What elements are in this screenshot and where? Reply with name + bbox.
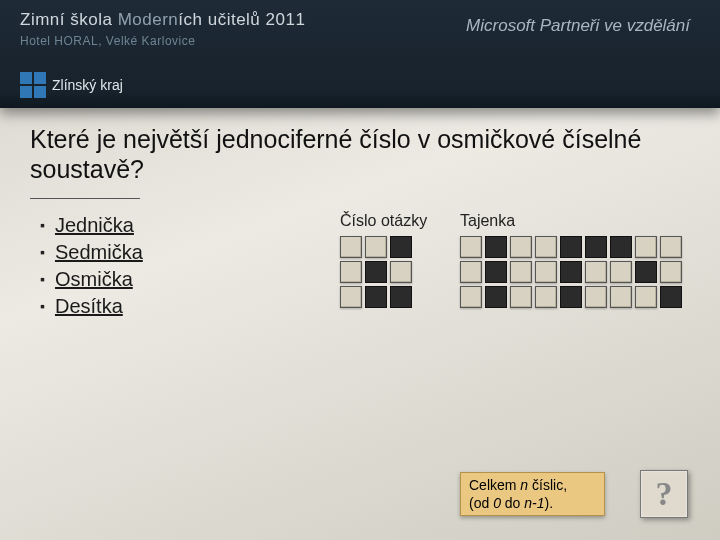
title-suffix: ích učitelů 2011 <box>178 10 305 29</box>
grid-cell <box>610 236 632 258</box>
answer-option[interactable]: Desítka <box>40 295 143 318</box>
grid-cell <box>660 236 682 258</box>
answer-label: Sedmička <box>55 241 143 263</box>
grid-cell <box>585 261 607 283</box>
grid-cell <box>510 261 532 283</box>
grid-cell <box>460 261 482 283</box>
slide: Zimní škola Moderních učitelů 2011 Hotel… <box>0 0 720 540</box>
logo-squares-icon <box>20 72 46 98</box>
answer-option[interactable]: Jednička <box>40 214 143 237</box>
grid-cell <box>365 261 387 283</box>
question-mark-icon: ? <box>656 475 673 513</box>
question-text: Které je největší jednociferné číslo v o… <box>30 124 690 184</box>
grid-cell <box>660 261 682 283</box>
grid-cell <box>340 261 362 283</box>
label-tajenka: Tajenka <box>460 212 515 230</box>
grid-cell <box>560 286 582 308</box>
grid-cell <box>390 236 412 258</box>
title-em: Modern <box>118 10 179 29</box>
grid-cell <box>535 261 557 283</box>
grid-cell <box>560 261 582 283</box>
grid-cell <box>610 261 632 283</box>
grid-cell <box>460 286 482 308</box>
answer-label: Desítka <box>55 295 123 317</box>
grid-cell <box>535 286 557 308</box>
grid-cell <box>585 286 607 308</box>
header-title: Zimní škola Moderních učitelů 2011 <box>20 10 305 30</box>
grid-cell <box>365 286 387 308</box>
grid-cell <box>635 236 657 258</box>
answer-label: Jednička <box>55 214 134 236</box>
answer-option[interactable]: Osmička <box>40 268 143 291</box>
grid-cell <box>510 286 532 308</box>
grid-cell <box>390 261 412 283</box>
grid-cell <box>635 286 657 308</box>
title-prefix: Zimní škola <box>20 10 118 29</box>
header-partner: Microsoft Partneři ve vzdělání <box>466 16 690 36</box>
region-logo: Zlínský kraj <box>20 72 123 98</box>
grid-cell <box>585 236 607 258</box>
grid-cell <box>340 286 362 308</box>
grid-cell <box>485 236 507 258</box>
answer-list: Jednička Sedmička Osmička Desítka <box>40 210 143 322</box>
grid-cell <box>390 286 412 308</box>
grid-cell <box>560 236 582 258</box>
footer-hint: Celkem n číslic, (od 0 do n-1). <box>460 472 605 516</box>
grid-cell <box>610 286 632 308</box>
help-button[interactable]: ? <box>640 470 688 518</box>
grid-cell <box>510 236 532 258</box>
grid-cell <box>635 261 657 283</box>
grid-question-number <box>340 236 412 308</box>
answer-label: Osmička <box>55 268 133 290</box>
label-question-number: Číslo otázky <box>340 212 427 230</box>
grid-cell <box>485 286 507 308</box>
grid-cell <box>660 286 682 308</box>
grid-cell <box>365 236 387 258</box>
grid-cell <box>460 236 482 258</box>
logo-text: Zlínský kraj <box>52 77 123 93</box>
grid-cell <box>535 236 557 258</box>
grid-cell <box>340 236 362 258</box>
divider <box>30 198 140 199</box>
header-subtitle: Hotel HORAL, Velké Karlovice <box>20 34 195 48</box>
grid-tajenka <box>460 236 682 308</box>
grid-cell <box>485 261 507 283</box>
slide-header: Zimní škola Moderních učitelů 2011 Hotel… <box>0 0 720 108</box>
answer-option[interactable]: Sedmička <box>40 241 143 264</box>
